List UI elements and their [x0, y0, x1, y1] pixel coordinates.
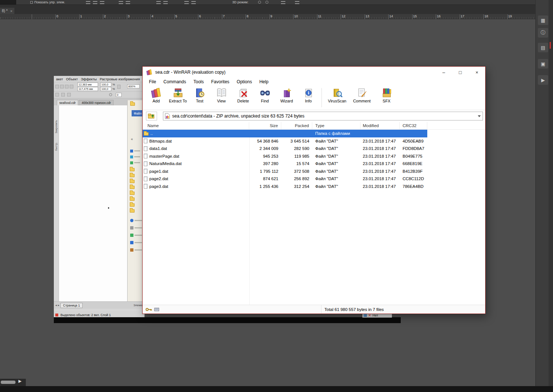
address-dropdown-button[interactable] — [476, 112, 483, 120]
menu-commands[interactable]: Commands — [160, 79, 189, 84]
corel-tool-icon[interactable] — [55, 85, 59, 88]
side-panel-icon-2[interactable]: ▤ — [538, 43, 548, 52]
docker-folder-icon[interactable] — [130, 174, 135, 177]
docker-folder-icon[interactable] — [130, 180, 135, 183]
grid-icon[interactable] — [184, 1, 189, 4]
menu-options[interactable]: Options — [233, 79, 255, 84]
docker-folder-icon[interactable] — [130, 186, 135, 189]
add-button[interactable]: Add — [145, 87, 167, 109]
corel-doc-tab-seafood[interactable]: seafood.cdr — [57, 100, 78, 105]
address-combobox[interactable]: sea.cdr\content\data - ZIP archive, unpa… — [163, 112, 483, 120]
docker-folder-icon[interactable] — [130, 203, 135, 207]
mode-pan-icon[interactable] — [265, 1, 268, 4]
docker-tree-item[interactable] — [130, 161, 133, 164]
docker-tree-item[interactable] — [130, 155, 133, 158]
side-panel-icon-4[interactable]: ▶ — [538, 75, 548, 85]
column-header-name[interactable]: Name — [143, 122, 249, 129]
view-button[interactable]: View — [211, 87, 232, 109]
corel-canvas[interactable] — [59, 105, 127, 301]
menu-help[interactable]: Help — [255, 79, 272, 84]
corel-pos-x-field[interactable]: 12,363 мм — [77, 83, 98, 87]
column-header-crc32[interactable]: CRC32 — [400, 122, 427, 129]
corel-scale-x-field[interactable]: 100,0 — [100, 83, 111, 87]
docker-back-chevron-icon[interactable]: « — [131, 137, 133, 141]
corel-zoom-combobox[interactable]: 800% — [127, 84, 140, 88]
file-row[interactable]: data1.dat2 344 009282 590Файл "DAT"23.01… — [143, 145, 427, 153]
minimize-button[interactable]: – — [435, 67, 452, 78]
align-left-icon[interactable] — [86, 1, 90, 4]
align-right-icon[interactable] — [100, 1, 104, 4]
side-panel-icon-0[interactable]: ▦ — [538, 15, 548, 25]
corel-prop-icon[interactable] — [55, 93, 59, 97]
corel-prop-icon[interactable] — [67, 93, 71, 97]
info-button[interactable]: i Info — [298, 87, 319, 109]
file-row[interactable]: page1.dat1 795 112372 508Файл "DAT"23.01… — [143, 168, 427, 175]
file-row[interactable]: page2.dat874 621256 892Файл "DAT"23.01.2… — [143, 175, 427, 183]
test-button[interactable]: Test — [189, 87, 211, 109]
column-header-type[interactable]: Type — [312, 122, 361, 129]
spread-v-icon[interactable] — [163, 1, 168, 4]
corel-tool-icon[interactable] — [70, 85, 73, 88]
distribute-v-icon[interactable] — [126, 1, 130, 4]
menu-file[interactable]: File — [145, 79, 160, 84]
sfx-button[interactable]: SFX — [374, 87, 399, 109]
docker-folder-icon[interactable] — [130, 197, 135, 201]
side-panel-icon-1[interactable]: ⓘ — [538, 28, 548, 38]
corel-prop-icon[interactable] — [61, 93, 65, 97]
file-row[interactable]: ..Папка с файлами — [143, 130, 427, 137]
virusscan-button[interactable]: VirusScan — [325, 87, 349, 109]
menu-favorites[interactable]: Favorites — [208, 79, 233, 84]
column-header-modified[interactable]: Modified — [361, 122, 400, 129]
column-header-size[interactable]: Size — [249, 122, 281, 129]
camera-icon[interactable] — [295, 1, 299, 4]
corel-menu-bitmaps[interactable]: Растровые изображения — [98, 77, 141, 81]
horizontal-scrollbar-thumb[interactable] — [1, 381, 15, 384]
side-panel-icon-3[interactable]: ▣ — [538, 59, 548, 69]
docker-folder-icon[interactable] — [130, 209, 135, 213]
docker-item[interactable] — [130, 241, 143, 245]
play-arrow-icon[interactable]: ▶ — [18, 379, 21, 384]
distribute-icon[interactable] — [119, 1, 123, 4]
file-row[interactable]: Bitmaps.dat54 368 8463 645 514Файл "DAT"… — [143, 137, 427, 145]
align-center-icon[interactable] — [93, 1, 97, 4]
file-row[interactable]: NaturalMedia.dat397 28015 574Файл "DAT"2… — [143, 160, 427, 168]
docker-item[interactable] — [130, 234, 143, 237]
page-next-icon[interactable]: ▸ — [58, 304, 59, 307]
corel-menu-layout[interactable]: акет — [55, 77, 65, 81]
guides-icon[interactable] — [191, 1, 196, 4]
winrar-titlebar[interactable]: sea.cdr - WinRAR (evaluation copy) – □ × — [143, 67, 485, 78]
wizard-button[interactable]: Wizard — [276, 87, 298, 109]
corel-rotate-icon[interactable] — [109, 93, 112, 96]
corel-scale-y-field[interactable]: 100,0 — [100, 87, 111, 91]
docker-item[interactable] — [130, 248, 143, 252]
maximize-button[interactable]: □ — [452, 67, 469, 78]
column-header-packed[interactable]: Packed — [281, 122, 312, 129]
close-button[interactable]: × — [469, 67, 485, 78]
spread-icon[interactable] — [156, 1, 161, 4]
tab-close-icon[interactable]: × — [10, 9, 13, 13]
corel-tool-icon[interactable] — [65, 85, 69, 88]
zoom-tool-icon[interactable] — [281, 1, 285, 4]
file-row[interactable]: page3.dat1 255 436312 254Файл "DAT"23.01… — [143, 183, 427, 190]
corel-pos-y-field[interactable]: 117,475 мм — [77, 87, 98, 91]
show-controls-checkbox[interactable] — [30, 1, 33, 4]
docker-tree-item[interactable] — [130, 150, 133, 153]
comment-button[interactable]: Comment — [349, 87, 374, 109]
corel-angle-field[interactable]: 0 — [116, 93, 122, 97]
corel-menu-object[interactable]: Объект — [65, 77, 79, 81]
lock-ratio-icon[interactable] — [117, 85, 121, 89]
docker-folder-icon[interactable] — [130, 168, 135, 171]
corel-tool-icon[interactable] — [60, 85, 64, 88]
corel-menu-effects[interactable]: Эффекты — [79, 77, 98, 81]
extract-to-button[interactable]: Extract To — [167, 87, 189, 109]
file-row[interactable]: masterPage.dat945 253119 985Файл "DAT"23… — [143, 153, 427, 160]
corel-left-tab-1[interactable]: Закрепить — [55, 120, 58, 133]
find-button[interactable]: Find — [254, 87, 276, 109]
docker-item[interactable] — [130, 226, 143, 230]
corel-doc-tab-400x300[interactable]: 400x300 горизон.cdr — [79, 100, 113, 105]
menu-tools[interactable]: Tools — [190, 79, 208, 84]
docker-folder-icon[interactable] — [130, 192, 135, 195]
docker-item[interactable] — [130, 219, 143, 223]
delete-button[interactable]: Delete — [232, 87, 254, 109]
page-tab[interactable]: Страница 1 — [60, 303, 83, 308]
